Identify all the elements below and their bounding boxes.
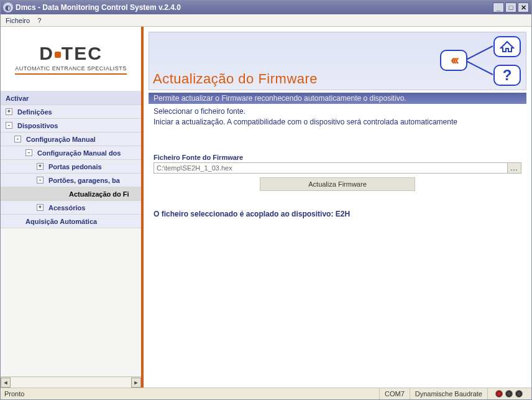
description-bar: Permite actualizar o Firmware reconhecen…	[149, 93, 526, 104]
menu-help[interactable]: ?	[37, 17, 41, 24]
led-red-icon	[495, 390, 503, 398]
status-ready: Pronto	[4, 388, 29, 399]
collapse-icon[interactable]: -	[37, 177, 44, 184]
sidebar-item-acessorios[interactable]: + Acessórios	[1, 201, 141, 215]
nav-tree: Activar + Definições - Dispositivos - Co…	[1, 91, 141, 376]
status-baud: Dynamische Baudrate	[410, 388, 487, 399]
hero-nav-icons: ‹‹‹ ?	[415, 36, 521, 87]
back-button[interactable]: ‹‹‹	[440, 50, 467, 71]
file-input-row: C:\temp\SE2H_1_03.hex ...	[154, 162, 521, 174]
logo-area: DTEC AUTOMATIC ENTRANCE SPECIALISTS	[1, 27, 141, 91]
back-icon: ‹‹‹	[451, 52, 457, 68]
sidebar-item-dispositivos[interactable]: - Dispositivos	[1, 119, 141, 133]
svg-line-0	[466, 46, 493, 60]
sidebar-item-definicoes[interactable]: + Definições	[1, 105, 141, 119]
home-icon	[500, 40, 515, 53]
tree-scrollbar-horizontal[interactable]: ◄ ►	[1, 376, 141, 388]
browse-button[interactable]: ...	[508, 162, 521, 174]
description-line-3: Iniciar a actualização. A compatibilidad…	[154, 117, 521, 128]
sidebar: DTEC AUTOMATIC ENTRANCE SPECIALISTS Acti…	[1, 27, 144, 388]
app-icon: ◐	[3, 2, 13, 12]
logo-brand: DTEC	[39, 43, 103, 64]
status-bar: Pronto COM7 Dynamische Baudrate	[1, 388, 531, 399]
menu-bar: Ficheiro ?	[1, 14, 531, 27]
scroll-track[interactable]	[11, 378, 131, 388]
hero-banner: ‹‹‹ ? Actualização do Firmware	[149, 32, 526, 90]
scroll-right-icon[interactable]: ►	[131, 378, 141, 388]
content-pane: ‹‹‹ ? Actualização do Firmware Permite a…	[144, 27, 531, 388]
close-button[interactable]: ✕	[518, 2, 529, 12]
description-panel: Permite actualizar o Firmware reconhecen…	[149, 93, 526, 131]
menu-ficheiro[interactable]: Ficheiro	[6, 17, 30, 24]
page-title: Actualização do Firmware	[153, 71, 318, 87]
sidebar-item-activar[interactable]: Activar	[1, 91, 141, 105]
body-area: DTEC AUTOMATIC ENTRANCE SPECIALISTS Acti…	[1, 27, 531, 388]
sidebar-item-config-manual-dos[interactable]: - Configuração Manual dos	[1, 146, 141, 160]
sidebar-item-portoes-garagens[interactable]: - Portões, garagens, ba	[1, 174, 141, 187]
scroll-left-icon[interactable]: ◄	[1, 378, 11, 388]
led-dark-icon	[505, 390, 513, 398]
minimize-button[interactable]: _	[493, 2, 504, 12]
maximize-button[interactable]: □	[505, 2, 516, 12]
window-title: Dmcs - Data Monitoring Control System v.…	[16, 3, 492, 12]
expand-icon[interactable]: +	[6, 108, 12, 115]
update-firmware-button[interactable]: Actualiza Firmware	[260, 177, 415, 191]
collapse-icon[interactable]: -	[14, 136, 21, 142]
form-area: Ficheiro Fonte do Firmware C:\temp\SE2H_…	[149, 131, 526, 218]
logo-subtitle: AUTOMATIC ENTRANCE SPECIALISTS	[15, 65, 127, 75]
expand-icon[interactable]: +	[37, 163, 44, 170]
status-leds	[487, 388, 528, 399]
help-icon: ?	[503, 67, 512, 84]
svg-line-1	[466, 61, 493, 75]
led-dark-icon	[515, 390, 523, 398]
expand-icon[interactable]: +	[37, 204, 44, 211]
sidebar-item-aquisicao-auto[interactable]: Aquisição Automática	[1, 215, 141, 228]
collapse-icon[interactable]: -	[6, 122, 12, 129]
collapse-icon[interactable]: -	[25, 149, 32, 156]
status-port: COM7	[379, 388, 410, 399]
result-message: O ficheiro seleccionado é acoplado ao di…	[154, 210, 521, 218]
titlebar: ◐ Dmcs - Data Monitoring Control System …	[1, 1, 531, 14]
app-window: ◐ Dmcs - Data Monitoring Control System …	[0, 0, 532, 400]
sidebar-item-portas-pedonais[interactable]: + Portas pedonais	[1, 160, 141, 174]
file-path-input[interactable]: C:\temp\SE2H_1_03.hex	[154, 162, 508, 174]
help-button[interactable]: ?	[493, 65, 521, 86]
sidebar-item-actualizacao-firmware[interactable]: Actualização do Fi	[1, 187, 141, 201]
file-source-label: Ficheiro Fonte do Firmware	[154, 154, 521, 161]
description-line-2: Seleccionar o ficheiro fonte.	[154, 106, 521, 117]
home-button[interactable]	[493, 36, 521, 57]
sidebar-item-config-manual[interactable]: - Configuração Manual	[1, 133, 141, 146]
